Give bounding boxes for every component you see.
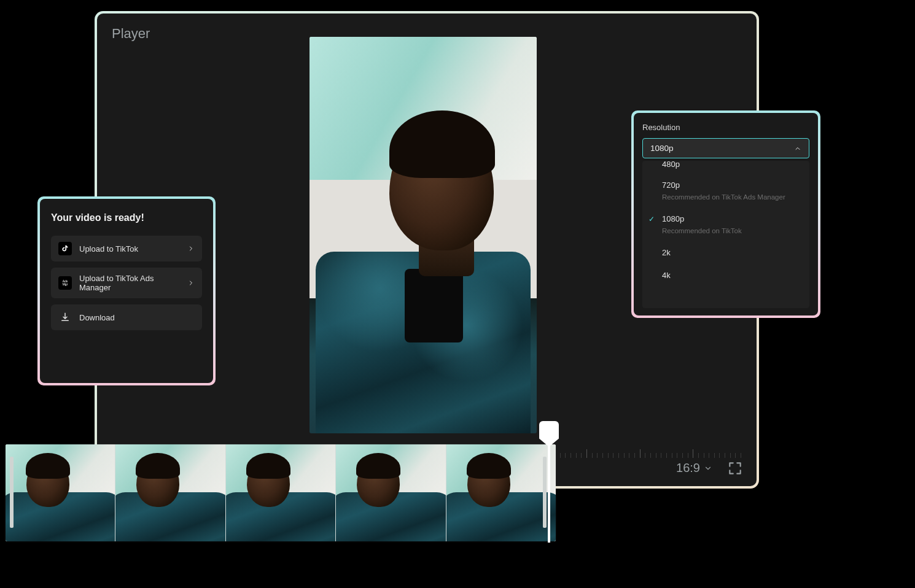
tiktok-icon [58, 242, 72, 255]
aspect-ratio-dropdown[interactable]: 16:9 [676, 461, 712, 475]
resolution-options-list: 480p720pRecommended on TikTok Ads Manage… [642, 161, 809, 308]
upload-to-ads-manager-button[interactable]: AdsMgr Upload to TikTok Ads Manager [51, 268, 202, 298]
upload-to-tiktok-button[interactable]: Upload to TikTok [51, 236, 202, 261]
fullscreen-button[interactable] [727, 460, 743, 476]
resolution-option-subtitle: Recommended on TikTok [662, 226, 800, 236]
download-button[interactable]: Download [51, 304, 202, 330]
resolution-label: Resolution [642, 123, 809, 132]
timeline-thumbnail[interactable] [225, 444, 335, 541]
video-preview[interactable] [310, 37, 537, 433]
resolution-option[interactable]: ✓1080pRecommended on TikTok [642, 208, 809, 242]
aspect-ratio-label: 16:9 [676, 461, 700, 475]
resolution-option-value: 4k [662, 271, 671, 280]
export-ready-title: Your video is ready! [51, 212, 202, 223]
timeline-thumbnail[interactable] [446, 444, 556, 541]
resolution-selected-value: 1080p [650, 144, 674, 153]
resolution-option-subtitle: Recommended on TikTok Ads Manager [662, 193, 800, 202]
export-ready-popup: Your video is ready! Upload to TikTok Ad… [37, 196, 216, 385]
resolution-option-value: 2k [662, 248, 671, 257]
clip-trim-handle-right[interactable] [543, 457, 547, 528]
chevron-right-icon [187, 279, 195, 287]
timeline-thumbnail[interactable] [335, 444, 445, 541]
resolution-option-value: 720p [662, 180, 680, 190]
resolution-option[interactable]: 4k [642, 265, 809, 287]
resolution-option[interactable]: 480p [642, 161, 809, 174]
chevron-right-icon [187, 245, 195, 252]
resolution-select[interactable]: 1080p [642, 138, 809, 158]
clip-trim-handle-left[interactable] [10, 457, 14, 528]
timeline-thumbnail[interactable] [6, 444, 115, 541]
chevron-down-icon [704, 464, 712, 473]
resolution-option[interactable]: 720pRecommended on TikTok Ads Manager [642, 174, 809, 208]
player-title: Player [112, 26, 150, 42]
resolution-option[interactable]: 2k [642, 242, 809, 265]
timeline-clip-strip[interactable] [6, 444, 556, 541]
resolution-popup: Resolution 1080p 480p720pRecommended on … [631, 110, 820, 318]
resolution-option-value: 1080p [662, 214, 684, 223]
option-label: Upload to TikTok Ads Manager [79, 274, 187, 292]
timeline-thumbnail[interactable] [115, 444, 225, 541]
chevron-up-icon [794, 145, 801, 152]
download-icon [58, 311, 72, 324]
ads-manager-icon: AdsMgr [58, 276, 72, 290]
resolution-option-value: 480p [662, 161, 680, 169]
option-label: Download [79, 313, 195, 322]
check-icon: ✓ [648, 215, 655, 225]
option-label: Upload to TikTok [79, 244, 187, 253]
fullscreen-icon [727, 460, 743, 476]
